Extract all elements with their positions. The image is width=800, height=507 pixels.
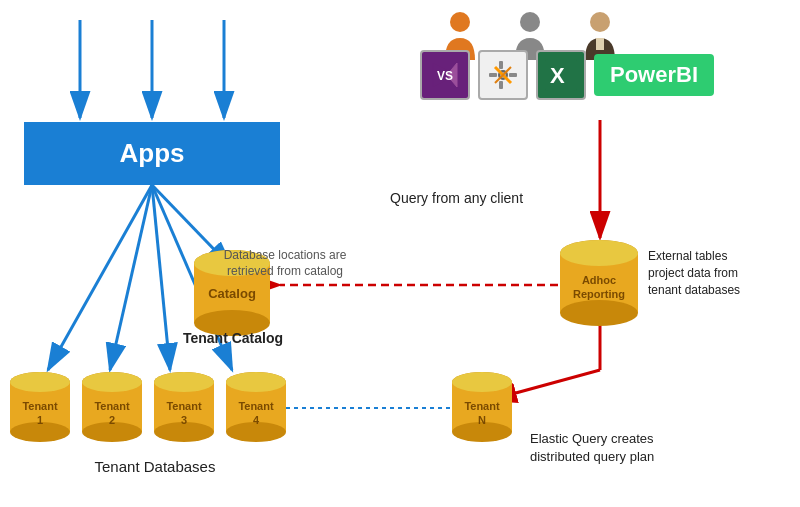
external-tables-label: External tablesproject data fromtenant d… bbox=[648, 248, 788, 298]
svg-text:Reporting: Reporting bbox=[573, 288, 625, 300]
tenant-cylinders-group: Tenant 1 Tenant 2 Tenant 3 bbox=[8, 370, 288, 454]
svg-point-72 bbox=[452, 372, 512, 392]
svg-text:4: 4 bbox=[253, 414, 260, 426]
svg-text:1: 1 bbox=[37, 414, 43, 426]
svg-point-66 bbox=[226, 372, 286, 392]
svg-point-48 bbox=[10, 372, 70, 392]
svg-text:Tenant: Tenant bbox=[238, 400, 274, 412]
svg-point-41 bbox=[560, 300, 638, 326]
svg-rect-20 bbox=[596, 38, 604, 50]
svg-text:Adhoc: Adhoc bbox=[582, 274, 616, 286]
svg-point-18 bbox=[520, 12, 540, 32]
db-locations-label: Database locations areretrieved from cat… bbox=[220, 248, 350, 279]
svg-text:Tenant: Tenant bbox=[94, 400, 130, 412]
visual-studio-icon: VS bbox=[420, 50, 470, 100]
db-locations-text: Database locations areretrieved from cat… bbox=[224, 248, 347, 278]
svg-line-8 bbox=[48, 185, 152, 370]
svg-rect-27 bbox=[509, 73, 517, 77]
svg-text:Tenant: Tenant bbox=[22, 400, 58, 412]
svg-point-54 bbox=[82, 372, 142, 392]
tenant-n-cylinder: Tenant N bbox=[450, 370, 514, 454]
tool-icons-group: VS X PowerBI bbox=[420, 50, 714, 100]
powerbi-label: PowerBI bbox=[610, 62, 698, 87]
query-client-label: Query from any client bbox=[390, 190, 523, 206]
svg-text:Tenant: Tenant bbox=[464, 400, 500, 412]
tenant-databases-text: Tenant Databases bbox=[95, 458, 216, 475]
svg-text:VS: VS bbox=[437, 69, 453, 83]
tenant-databases-label: Tenant Databases bbox=[40, 458, 270, 475]
svg-point-42 bbox=[560, 240, 638, 266]
external-tables-text: External tablesproject data fromtenant d… bbox=[648, 249, 740, 297]
svg-text:2: 2 bbox=[109, 414, 115, 426]
svg-text:Tenant: Tenant bbox=[166, 400, 202, 412]
excel-icon: X bbox=[536, 50, 586, 100]
query-client-text: Query from any client bbox=[390, 190, 523, 206]
tenant-catalog-label: Tenant Catalog bbox=[168, 330, 298, 346]
tenant-2-cylinder: Tenant 2 bbox=[80, 370, 144, 454]
powerbi-badge: PowerBI bbox=[594, 54, 714, 96]
svg-text:X: X bbox=[550, 63, 565, 88]
diagram: Apps bbox=[0, 0, 800, 507]
svg-text:N: N bbox=[478, 414, 486, 426]
svg-line-9 bbox=[110, 185, 152, 370]
adhoc-cylinder: Adhoc Reporting bbox=[558, 238, 640, 332]
tenant-catalog-text: Tenant Catalog bbox=[183, 330, 283, 346]
svg-point-17 bbox=[450, 12, 470, 32]
svg-rect-26 bbox=[489, 73, 497, 77]
svg-rect-24 bbox=[499, 61, 503, 69]
svg-text:3: 3 bbox=[181, 414, 187, 426]
tools-settings-icon bbox=[478, 50, 528, 100]
apps-box: Apps bbox=[24, 122, 280, 185]
svg-rect-25 bbox=[499, 81, 503, 89]
elastic-query-text: Elastic Query createsdistributed query p… bbox=[530, 431, 654, 464]
svg-text:Catalog: Catalog bbox=[208, 286, 256, 301]
tenant-3-cylinder: Tenant 3 bbox=[152, 370, 216, 454]
elastic-query-label: Elastic Query createsdistributed query p… bbox=[530, 430, 730, 466]
svg-point-60 bbox=[154, 372, 214, 392]
tenant-1-cylinder: Tenant 1 bbox=[8, 370, 72, 454]
svg-point-19 bbox=[590, 12, 610, 32]
apps-label: Apps bbox=[120, 138, 185, 169]
tenant-4-cylinder: Tenant 4 bbox=[224, 370, 288, 454]
